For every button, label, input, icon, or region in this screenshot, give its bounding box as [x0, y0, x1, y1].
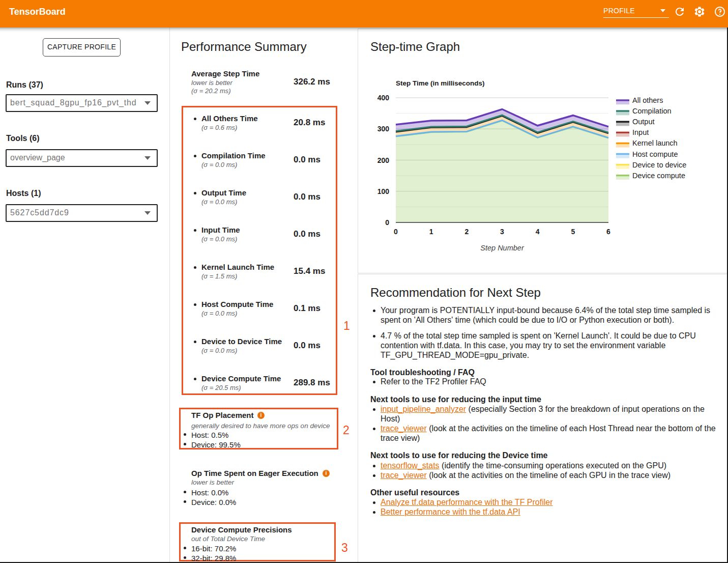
- svg-text:Kernel launch: Kernel launch: [632, 139, 678, 147]
- svg-text:Step Time (in milliseconds): Step Time (in milliseconds): [396, 79, 485, 87]
- svg-text:6: 6: [606, 228, 610, 236]
- svg-text:200: 200: [377, 156, 390, 164]
- svg-text:All others: All others: [632, 96, 663, 104]
- svg-text:100: 100: [377, 187, 390, 195]
- svg-text:0: 0: [385, 218, 389, 227]
- svg-text:Input: Input: [632, 128, 649, 136]
- svg-text:Host compute: Host compute: [632, 150, 678, 158]
- svg-text:300: 300: [377, 125, 390, 133]
- svg-text:3: 3: [500, 228, 504, 236]
- svg-text:2: 2: [464, 228, 469, 236]
- svg-text:4: 4: [536, 228, 540, 236]
- svg-text:Device compute: Device compute: [632, 172, 685, 180]
- svg-text:0: 0: [394, 228, 398, 236]
- svg-text:Compilation: Compilation: [632, 107, 672, 115]
- svg-text:Step Number: Step Number: [480, 244, 525, 252]
- svg-text:1: 1: [429, 228, 433, 236]
- svg-text:Device to device: Device to device: [632, 161, 686, 169]
- svg-text:5: 5: [571, 228, 575, 236]
- svg-text:400: 400: [377, 94, 390, 102]
- svg-text:Output: Output: [632, 118, 655, 126]
